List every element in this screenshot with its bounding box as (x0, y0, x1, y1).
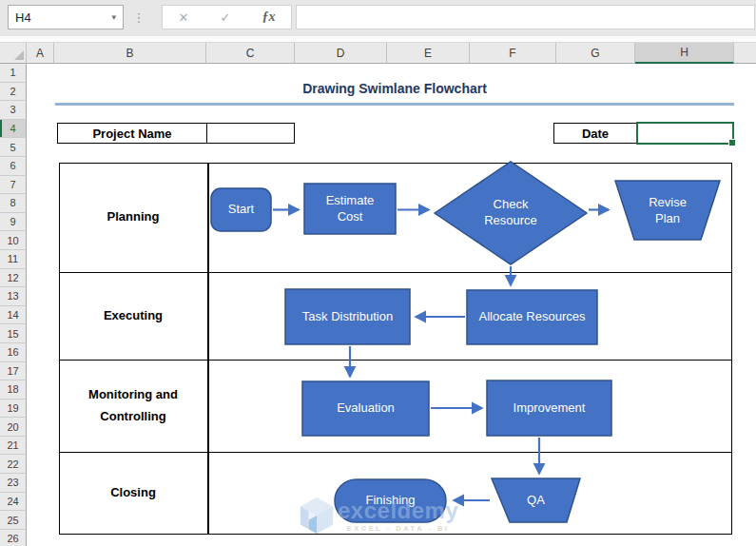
column-header-row: ABCDEFGH (0, 43, 756, 64)
row-header-14[interactable]: 14 (0, 306, 27, 325)
row-header-11[interactable]: 11 (0, 250, 27, 269)
allocate-resources-shape[interactable] (467, 290, 597, 344)
estimate-cost-shape[interactable] (304, 184, 396, 234)
row-header-1[interactable]: 1 (0, 64, 27, 83)
column-header-G[interactable]: G (556, 43, 635, 64)
evaluation-shape[interactable] (302, 381, 429, 436)
insert-function-icon[interactable]: ƒx (262, 10, 275, 25)
row-header-19[interactable]: 19 (0, 400, 27, 419)
column-header-F[interactable]: F (470, 43, 556, 64)
row-header-10[interactable]: 10 (0, 231, 27, 250)
column-header-E[interactable]: E (387, 43, 470, 64)
row-header-24[interactable]: 24 (0, 493, 27, 512)
row-header-2[interactable]: 2 (0, 83, 27, 102)
column-header-H[interactable]: H (635, 43, 734, 64)
row-header-26[interactable]: 26 (0, 530, 27, 546)
row-header-22[interactable]: 22 (0, 455, 27, 474)
row-header-13[interactable]: 13 (0, 287, 27, 306)
row-header-15[interactable]: 15 (0, 324, 27, 343)
row-header-25[interactable]: 25 (0, 511, 27, 530)
enter-icon[interactable]: ✓ (221, 10, 231, 25)
row-header-8[interactable]: 8 (0, 194, 27, 213)
select-all-triangle-icon (14, 50, 24, 60)
column-header-filler (734, 43, 756, 64)
row-header-5[interactable]: 5 (0, 138, 27, 157)
row-header-18[interactable]: 18 (0, 380, 27, 400)
row-header-7[interactable]: 7 (0, 176, 27, 195)
formula-buttons-panel: ✕ ✓ ƒx (162, 5, 292, 29)
row-header-20[interactable]: 20 (0, 418, 27, 437)
flowchart-canvas (27, 64, 756, 546)
column-header-B[interactable]: B (54, 43, 206, 64)
column-header-C[interactable]: C (206, 43, 295, 64)
start-shape[interactable] (211, 188, 271, 231)
name-box[interactable]: H4 ▾ (8, 5, 124, 29)
row-header-12[interactable]: 12 (0, 269, 27, 288)
revise-plan-shape[interactable] (615, 181, 720, 240)
column-header-D[interactable]: D (295, 43, 387, 64)
formula-bar-grip-icon[interactable]: ⋮ (132, 5, 145, 29)
name-box-value: H4 (15, 10, 31, 25)
improvement-shape[interactable] (487, 380, 611, 436)
task-distribution-shape[interactable] (285, 289, 410, 344)
name-box-dropdown-icon[interactable]: ▾ (111, 12, 116, 22)
excel-window: H4 ▾ ⋮ ✕ ✓ ƒx ABCDEFGH 12345678910111213… (0, 0, 756, 546)
qa-shape[interactable] (492, 478, 580, 522)
row-header-3[interactable]: 3 (0, 101, 27, 120)
row-header-17[interactable]: 17 (0, 362, 27, 381)
formula-bar-row: H4 ▾ ⋮ ✕ ✓ ƒx (0, 0, 756, 36)
row-header-21[interactable]: 21 (0, 437, 27, 456)
row-header-4[interactable]: 4 (0, 120, 27, 139)
cancel-icon[interactable]: ✕ (179, 10, 189, 25)
formula-bar-divider (0, 36, 756, 43)
formula-bar-input[interactable] (296, 5, 755, 29)
row-header-9[interactable]: 9 (0, 213, 27, 232)
sheet-grid[interactable]: Drawing Swimlane Flowchart Project Name … (27, 64, 756, 546)
row-header-23[interactable]: 23 (0, 474, 27, 493)
column-header-A[interactable]: A (27, 43, 54, 64)
finishing-shape[interactable] (335, 479, 446, 522)
select-all-corner[interactable] (0, 43, 27, 64)
row-header-16[interactable]: 16 (0, 343, 27, 362)
row-header-column: 1234567891011121314151617181920212223242… (0, 64, 27, 546)
row-header-6[interactable]: 6 (0, 157, 27, 176)
check-resource-shape[interactable] (435, 162, 587, 264)
